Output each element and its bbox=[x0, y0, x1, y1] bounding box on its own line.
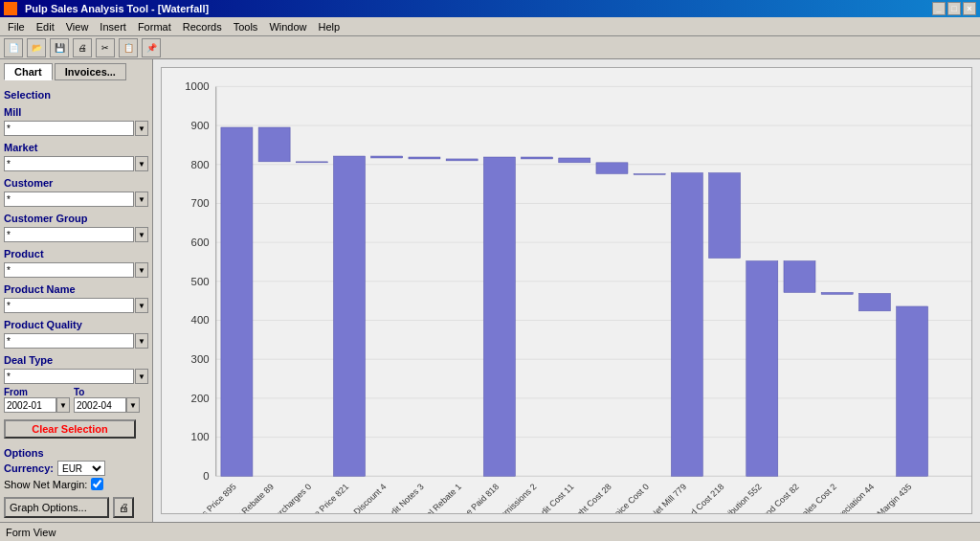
to-dropdown-btn[interactable]: ▼ bbox=[126, 397, 140, 413]
svg-text:200: 200 bbox=[191, 393, 210, 404]
minimize-btn[interactable]: _ bbox=[932, 2, 946, 15]
graph-options-button[interactable]: Graph Options... bbox=[4, 497, 109, 518]
svg-rect-41 bbox=[858, 293, 890, 310]
mill-dropdown-btn[interactable]: ▼ bbox=[135, 121, 148, 136]
save-icon[interactable]: 💾 bbox=[50, 38, 69, 57]
menu-format[interactable]: Format bbox=[132, 19, 177, 34]
product-label: Product bbox=[4, 248, 148, 259]
menu-view[interactable]: View bbox=[60, 19, 95, 34]
customer-input[interactable] bbox=[4, 192, 134, 207]
print-icon[interactable]: 🖨 bbox=[73, 38, 92, 57]
show-net-row: Show Net Margin: bbox=[4, 478, 148, 490]
svg-text:100: 100 bbox=[191, 432, 210, 443]
svg-text:0: 0 bbox=[203, 470, 209, 482]
svg-text:600: 600 bbox=[191, 237, 210, 248]
product-quality-dropdown: ▼ bbox=[4, 333, 148, 349]
deal-type-dropdown: ▼ bbox=[4, 369, 148, 384]
from-dropdown-btn[interactable]: ▼ bbox=[56, 397, 70, 413]
svg-text:800: 800 bbox=[191, 159, 210, 170]
svg-text:300: 300 bbox=[191, 353, 210, 365]
menu-window[interactable]: Window bbox=[263, 19, 312, 34]
market-dropdown: ▼ bbox=[4, 156, 148, 171]
svg-text:700: 700 bbox=[191, 198, 210, 210]
market-dropdown-btn[interactable]: ▼ bbox=[135, 156, 148, 171]
options-section: Options Currency: EUR USD GBP Show Net M… bbox=[4, 445, 148, 490]
to-label: To bbox=[74, 387, 140, 397]
to-input[interactable] bbox=[74, 397, 126, 413]
print-graph-button[interactable]: 🖨 bbox=[113, 497, 134, 518]
mill-input[interactable] bbox=[4, 121, 134, 136]
svg-rect-26 bbox=[296, 162, 327, 163]
from-label: From bbox=[4, 387, 70, 397]
from-input[interactable] bbox=[4, 397, 56, 413]
left-panel: Chart Invoices... Selection Mill ▼ Marke… bbox=[0, 59, 153, 522]
svg-rect-35 bbox=[634, 173, 665, 174]
customer-dropdown-btn[interactable]: ▼ bbox=[135, 192, 148, 207]
svg-rect-30 bbox=[446, 159, 478, 161]
svg-rect-38 bbox=[746, 261, 778, 477]
invoices-tab[interactable]: Invoices... bbox=[55, 63, 126, 80]
svg-rect-28 bbox=[371, 156, 403, 158]
chart-tab[interactable]: Chart bbox=[4, 63, 53, 80]
menu-records[interactable]: Records bbox=[177, 19, 228, 34]
svg-rect-34 bbox=[596, 163, 628, 174]
customer-group-input[interactable] bbox=[4, 227, 134, 242]
product-name-dropdown-btn[interactable]: ▼ bbox=[135, 298, 148, 313]
open-icon[interactable]: 📂 bbox=[27, 38, 46, 57]
show-net-checkbox[interactable] bbox=[91, 478, 103, 490]
svg-text:900: 900 bbox=[191, 120, 210, 131]
app-icon bbox=[4, 2, 17, 15]
copy-icon[interactable]: 📋 bbox=[119, 38, 138, 57]
currency-select[interactable]: EUR USD GBP bbox=[57, 461, 105, 476]
currency-label: Currency: bbox=[4, 462, 54, 474]
currency-row: Currency: EUR USD GBP bbox=[4, 461, 148, 476]
menu-edit[interactable]: Edit bbox=[31, 19, 60, 34]
market-input[interactable] bbox=[4, 156, 134, 171]
deal-type-input[interactable] bbox=[4, 369, 134, 384]
waterfall-chart: 1000 900 800 700 600 500 400 300 200 100… bbox=[162, 68, 971, 513]
paste-icon[interactable]: 📌 bbox=[142, 38, 161, 57]
svg-text:1000: 1000 bbox=[185, 81, 209, 93]
customer-group-dropdown-btn[interactable]: ▼ bbox=[135, 227, 148, 242]
deal-type-label: Deal Type bbox=[4, 354, 148, 366]
toolbar: 📄 📂 💾 🖨 ✂ 📋 📌 bbox=[0, 36, 980, 59]
product-name-input[interactable] bbox=[4, 298, 134, 313]
status-text: Form View bbox=[6, 527, 56, 538]
product-name-label: Product Name bbox=[4, 283, 148, 295]
product-dropdown: ▼ bbox=[4, 262, 148, 278]
date-range: From ▼ To ▼ bbox=[4, 387, 148, 413]
product-name-dropdown: ▼ bbox=[4, 298, 148, 313]
svg-rect-25 bbox=[258, 127, 290, 162]
customer-group-dropdown: ▼ bbox=[4, 227, 148, 242]
svg-rect-31 bbox=[483, 157, 515, 476]
product-input[interactable] bbox=[4, 262, 134, 278]
cut-icon[interactable]: ✂ bbox=[96, 38, 115, 57]
customer-group-label: Customer Group bbox=[4, 213, 148, 224]
svg-text:400: 400 bbox=[191, 315, 210, 327]
customer-label: Customer bbox=[4, 177, 148, 189]
menu-tools[interactable]: Tools bbox=[228, 19, 264, 34]
close-btn[interactable]: × bbox=[963, 2, 976, 15]
new-icon[interactable]: 📄 bbox=[4, 38, 23, 57]
svg-rect-40 bbox=[821, 292, 853, 294]
status-bar: Form View bbox=[0, 522, 980, 541]
product-quality-dropdown-btn[interactable]: ▼ bbox=[135, 333, 148, 349]
product-dropdown-btn[interactable]: ▼ bbox=[135, 262, 148, 278]
bottom-options-row: Graph Options... 🖨 bbox=[4, 497, 148, 518]
customer-dropdown: ▼ bbox=[4, 192, 148, 207]
maximize-btn[interactable]: □ bbox=[947, 2, 961, 15]
deal-type-dropdown-btn[interactable]: ▼ bbox=[135, 369, 148, 384]
mill-dropdown: ▼ bbox=[4, 121, 148, 136]
menu-file[interactable]: File bbox=[2, 19, 31, 34]
clear-selection-button[interactable]: Clear Selection bbox=[4, 419, 136, 439]
svg-rect-36 bbox=[671, 172, 702, 476]
svg-text:500: 500 bbox=[191, 276, 210, 287]
product-quality-label: Product Quality bbox=[4, 319, 148, 330]
menu-bar: File Edit View Insert Format Records Too… bbox=[0, 17, 980, 36]
title-bar: Pulp Sales Analysis Tool - [Waterfall] _… bbox=[0, 0, 980, 17]
window-controls[interactable]: _ □ × bbox=[932, 2, 976, 15]
svg-rect-27 bbox=[334, 156, 366, 476]
menu-help[interactable]: Help bbox=[313, 19, 346, 34]
product-quality-input[interactable] bbox=[4, 333, 134, 349]
menu-insert[interactable]: Insert bbox=[94, 19, 132, 34]
